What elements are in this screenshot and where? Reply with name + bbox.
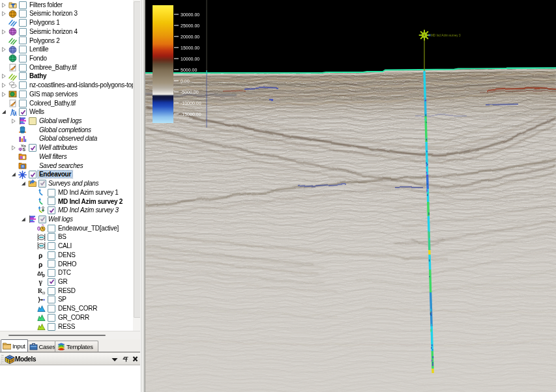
svg-text:0.00: 0.00 — [181, 79, 190, 83]
svg-text:p: p — [42, 273, 45, 277]
svg-text:15000.00: 15000.00 — [181, 46, 199, 50]
svg-text:γ: γ — [38, 278, 43, 287]
svg-text:MD Incl Azim survey 3: MD Incl Azim survey 3 — [431, 34, 461, 37]
svg-text:-5000.00: -5000.00 — [181, 90, 199, 94]
svg-text:R: R — [38, 287, 42, 294]
svg-text:-10000.00: -10000.00 — [181, 101, 201, 105]
svg-text:10000.00: 10000.00 — [181, 57, 199, 61]
svg-text:5000.00: 5000.00 — [181, 68, 197, 72]
svg-text:ρ: ρ — [38, 251, 42, 259]
svg-text:25000.00: 25000.00 — [181, 23, 199, 28]
svg-text:20000.00: 20000.00 — [181, 35, 199, 39]
svg-text:ρ: ρ — [38, 260, 42, 268]
svg-text:30000.00: 30000.00 — [181, 12, 199, 17]
svg-text:D: D — [42, 291, 46, 295]
svg-text:S: S — [23, 147, 26, 152]
svg-text:0: 0 — [37, 225, 40, 231]
svg-text:-15000.00: -15000.00 — [181, 112, 201, 117]
